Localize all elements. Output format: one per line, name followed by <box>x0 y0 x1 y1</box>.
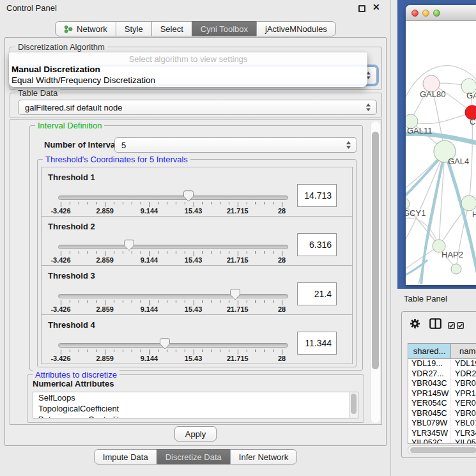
table-row[interactable]: YPR145WYPR14 <box>408 389 476 399</box>
split-columns-icon[interactable] <box>429 318 441 332</box>
minor-tick <box>88 251 88 254</box>
network-edge <box>411 112 472 124</box>
tick-label: -3.426 <box>50 355 70 362</box>
table-data-combobox[interactable]: galFiltered.sif default node <box>18 100 377 115</box>
major-tick <box>149 349 150 355</box>
table-row[interactable]: YER054CYER05 <box>408 399 476 409</box>
attribute-list-item[interactable]: BetweennessCentrality <box>33 414 358 418</box>
minor-tick <box>141 300 141 303</box>
threshold-value-field[interactable]: 21.4 <box>297 282 337 305</box>
slider-track[interactable] <box>58 343 288 348</box>
minor-tick <box>176 300 176 303</box>
minor-tick <box>70 251 70 254</box>
float-window-icon[interactable] <box>358 5 365 12</box>
network-canvas[interactable]: GAL80GACGAL11GAL4GCY1HHAP2 <box>406 21 476 284</box>
attribute-list-item[interactable]: TopologicalCoefficient <box>33 403 358 414</box>
numerical-attributes-list[interactable]: SelfLoopsTopologicalCoefficientBetweenne… <box>33 392 358 418</box>
threshold-value-field[interactable]: 14.713 <box>297 184 337 207</box>
vertical-scrollbar[interactable] <box>370 121 380 423</box>
table-row[interactable]: YIL052CYIL05 <box>408 438 476 443</box>
network-node[interactable] <box>461 196 476 211</box>
major-tick <box>149 251 150 256</box>
minor-tick <box>132 300 132 303</box>
minor-tick <box>70 349 70 352</box>
table-row[interactable]: YDR27...YDR27 <box>408 369 476 380</box>
slider-thumb[interactable] <box>183 190 194 202</box>
threshold-value-field[interactable]: 6.316 <box>297 233 337 256</box>
tab-infer-network[interactable]: Infer Network <box>230 449 297 464</box>
minimize-traffic-light-icon[interactable] <box>422 10 429 17</box>
threshold-panel: Threshold 3 -3.4262.8599.14415.4321.7152… <box>41 265 353 315</box>
network-icon <box>64 25 73 33</box>
popup-option-manual-discretization[interactable]: Manual Discretization <box>9 64 367 75</box>
minor-tick <box>96 349 96 352</box>
threshold-value-field[interactable]: 11.344 <box>297 332 337 355</box>
major-tick <box>282 202 282 207</box>
slider-thumb[interactable] <box>124 240 134 251</box>
minor-tick <box>141 202 141 204</box>
close-icon[interactable]: ✕ <box>372 2 380 12</box>
column-header-shared[interactable]: shared... <box>408 344 451 359</box>
major-tick <box>194 251 194 256</box>
tab-cyni-toolbox[interactable]: Cyni Toolbox <box>192 21 257 36</box>
tick-label: 15.43 <box>185 305 203 313</box>
tab-jactivemnodules[interactable]: jActiveMNodules <box>256 21 336 36</box>
table-row[interactable]: YBL079WYBL07 <box>408 418 476 429</box>
close-traffic-light-icon[interactable] <box>411 10 418 17</box>
attributes-list-scrollbar[interactable] <box>349 392 358 418</box>
minor-tick <box>202 349 203 352</box>
cell-name: YBL07 <box>451 418 476 429</box>
minor-tick <box>132 251 132 254</box>
tab-impute-data[interactable]: Impute Data <box>94 449 157 464</box>
major-tick <box>61 300 61 305</box>
table-row[interactable]: YBR045CYBR04 <box>408 409 476 419</box>
number-of-intervals-combobox[interactable]: 5 <box>114 137 357 153</box>
slider-thumb[interactable] <box>230 289 240 300</box>
cell-name: YDR27 <box>451 369 476 380</box>
tab-style[interactable]: Style <box>116 21 152 36</box>
table-row[interactable]: YLR345WYLR34 <box>408 429 476 439</box>
scrollbar-thumb[interactable] <box>372 132 379 369</box>
tab-discretize-data[interactable]: Discretize Data <box>157 449 231 464</box>
threshold-panel: Threshold 1 -3.4262.8599.14415.4321.7152… <box>41 167 353 217</box>
scrollbar-thumb[interactable] <box>351 394 357 414</box>
scrollbar-thumb[interactable] <box>410 447 476 453</box>
tick-label: 28 <box>278 207 286 215</box>
table-panel-titlebar: Table Panel <box>392 289 476 309</box>
slider-track[interactable] <box>58 196 288 200</box>
gear-icon[interactable] <box>410 318 420 332</box>
minor-tick <box>132 349 132 352</box>
tab-network[interactable]: Network <box>55 21 116 36</box>
threshold-slider[interactable]: -3.4262.8599.14415.4321.71528 <box>58 333 292 362</box>
column-header-name[interactable]: name <box>451 344 476 359</box>
slider-thumb[interactable] <box>160 338 170 349</box>
table-row[interactable]: YBR043CYBR04 <box>408 379 476 389</box>
threshold-slider[interactable]: -3.4262.8599.14415.4321.71528 <box>58 185 292 215</box>
cell-shared-name: YIL052C <box>408 438 451 443</box>
tick-label: 15.43 <box>185 355 203 362</box>
table-row[interactable]: YDL19...YDL19 <box>408 359 476 369</box>
slider-track[interactable] <box>58 245 288 249</box>
bottom-tab-bar: Impute DataDiscretize DataInfer Network <box>0 449 391 464</box>
attribute-list-item[interactable]: SelfLoops <box>33 392 358 403</box>
popup-option-equal-width-frequency[interactable]: Equal Width/Frequency Discretization <box>9 75 367 86</box>
checkbox-icon[interactable] <box>457 320 464 332</box>
minor-tick <box>96 300 96 303</box>
minor-tick <box>273 251 273 254</box>
checkbox-icon[interactable] <box>448 320 455 332</box>
network-view-window[interactable]: GAL80GACGAL11GAL4GCY1HHAP2 <box>406 5 476 285</box>
network-window-titlebar[interactable] <box>406 5 476 21</box>
minor-tick <box>211 202 211 204</box>
tab-select[interactable]: Select <box>151 21 192 36</box>
threshold-slider[interactable]: -3.4262.8599.14415.4321.71528 <box>58 234 292 264</box>
minor-tick <box>123 251 123 254</box>
apply-button[interactable]: Apply <box>174 426 217 441</box>
slider-track[interactable] <box>58 294 288 298</box>
combo-arrows-icon <box>346 141 351 150</box>
threshold-slider[interactable]: -3.4262.8599.14415.4321.71528 <box>58 284 292 313</box>
horizontal-scrollbar[interactable] <box>408 445 476 454</box>
zoom-traffic-light-icon[interactable] <box>433 10 440 17</box>
network-node[interactable] <box>451 264 461 274</box>
tick-label: 21.715 <box>227 355 249 362</box>
tick-label: 21.715 <box>227 207 249 215</box>
